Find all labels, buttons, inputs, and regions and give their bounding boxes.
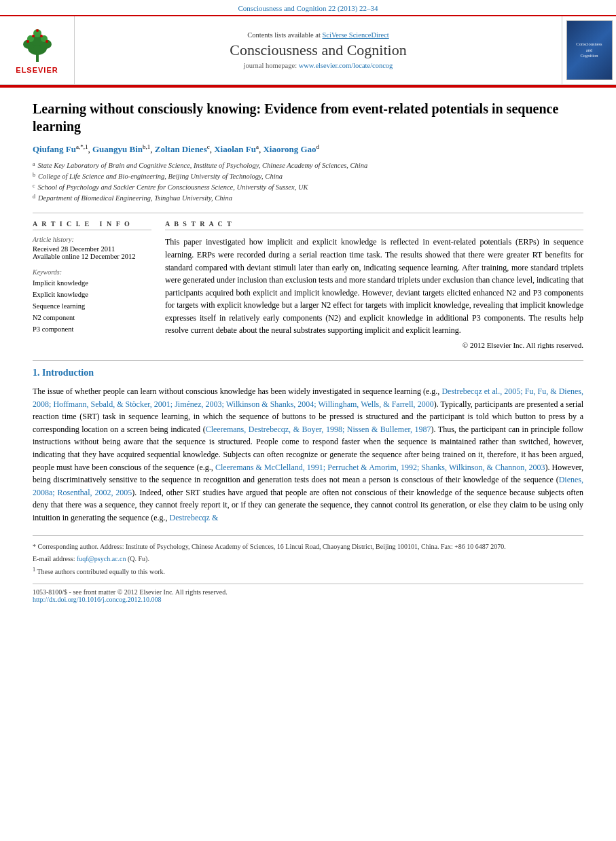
footnote-2: 1 These authors contributed equally to t… xyxy=(33,566,583,577)
svg-point-11 xyxy=(40,35,43,37)
introduction-section: 1. Introduction The issue of whether peo… xyxy=(33,360,583,524)
author-5: Xiaorong Gao xyxy=(263,144,316,154)
cover-text: Consciousness and Cognition xyxy=(573,39,604,61)
sciverse-link[interactable]: SciVerse ScienceDirect xyxy=(322,31,388,39)
footnote-email: E-mail address: fuqf@psych.ac.cn (Q. Fu)… xyxy=(33,554,583,564)
journal-homepage: journal homepage: www.elsevier.com/locat… xyxy=(244,62,393,69)
keyword-3: Sequence learning xyxy=(33,301,151,312)
svg-point-12 xyxy=(36,29,39,32)
journal-info-center: Contents lists available at SciVerse Sci… xyxy=(75,16,562,84)
journal-cover-area: Consciousness and Cognition xyxy=(562,16,616,84)
elsevier-tree-icon xyxy=(17,26,58,64)
svg-point-9 xyxy=(46,40,48,43)
affil-2: b College of Life Science and Bio-engine… xyxy=(33,171,583,182)
top-journal-reference: Consciousness and Cognition 22 (2013) 22… xyxy=(0,0,616,15)
journal-cover-image: Consciousness and Cognition xyxy=(566,20,613,80)
affiliations-block: a State Key Laboratory of Brain and Cogn… xyxy=(33,160,583,203)
article-info-abstract-section: A R T I C L E I N F O Article history: R… xyxy=(33,213,583,349)
abstract-column: A B S T R A C T This paper investigated … xyxy=(165,220,583,349)
page: Consciousness and Cognition 22 (2013) 22… xyxy=(0,0,616,841)
authors-line: Qiufang Fua,*,1, Guangyu Binb,1, Zoltan … xyxy=(33,143,583,155)
bottom-copyright-text: 1053-8100/$ - see front matter © 2012 El… xyxy=(33,588,583,596)
elsevier-label: ELSEVIER xyxy=(16,66,58,74)
author-2: Guangyu Bin xyxy=(92,144,143,154)
svg-point-10 xyxy=(32,35,35,37)
svg-point-8 xyxy=(26,40,29,43)
affil-1: a State Key Laboratory of Brain and Cogn… xyxy=(33,160,583,171)
bottom-bar: 1053-8100/$ - see front matter © 2012 El… xyxy=(33,584,583,603)
introduction-title: 1. Introduction xyxy=(33,368,583,378)
available-date: Available online 12 December 2012 xyxy=(33,253,151,260)
affil-4: d Department of Biomedical Engineering, … xyxy=(33,193,583,204)
keywords-title: Keywords: xyxy=(33,268,151,276)
journal-header: ELSEVIER Contents lists available at Sci… xyxy=(0,15,616,85)
footnotes-section: * Corresponding author. Address: Institu… xyxy=(33,535,583,577)
keywords-block: Keywords: Implicit knowledge Explicit kn… xyxy=(33,268,151,335)
abstract-label: A B S T R A C T xyxy=(165,220,583,230)
doi-link[interactable]: http://dx.doi.org/10.1016/j.concog.2012.… xyxy=(33,596,583,603)
keyword-1: Implicit knowledge xyxy=(33,278,151,289)
footnote-1: * Corresponding author. Address: Institu… xyxy=(33,541,583,552)
contents-line: Contents lists available at SciVerse Sci… xyxy=(247,31,388,39)
received-date: Received 28 December 2011 xyxy=(33,245,151,253)
homepage-url[interactable]: www.elsevier.com/locate/concog xyxy=(299,62,393,69)
ref-cleeremans2: Cleeremans & McClelland, 1991; Perruchet… xyxy=(215,463,545,472)
article-history-title: Article history: xyxy=(33,236,151,243)
abstract-copyright: © 2012 Elsevier Inc. All rights reserved… xyxy=(165,341,583,349)
keyword-4: N2 component xyxy=(33,312,151,324)
article-title: Learning without consciously knowing: Ev… xyxy=(33,100,583,135)
article-info-column: A R T I C L E I N F O Article history: R… xyxy=(33,220,151,349)
keyword-2: Explicit knowledge xyxy=(33,289,151,301)
affil-3: c School of Psychology and Sackler Centr… xyxy=(33,182,583,193)
intro-paragraph-1: The issue of whether people can learn wi… xyxy=(33,385,583,524)
elsevier-logo-area: ELSEVIER xyxy=(0,16,75,84)
author-1: Qiufang Fu xyxy=(33,144,76,154)
abstract-text: This paper investigated how implicit and… xyxy=(165,236,583,337)
keyword-5: P3 component xyxy=(33,324,151,336)
ref-cleeremans: Cleeremans, Destrebecqz, & Boyer, 1998; … xyxy=(206,425,431,434)
elsevier-logo: ELSEVIER xyxy=(16,26,58,74)
author-4: Xiaolan Fu xyxy=(214,144,256,154)
article-history-block: Article history: Received 28 December 20… xyxy=(33,236,151,260)
ref-destrebecqz2: Destrebecqz & xyxy=(170,513,219,522)
ref-destrebecqz: Destrebecqz et al., 2005; Fu, Fu, & Dien… xyxy=(33,387,583,409)
article-info-label: A R T I C L E I N F O xyxy=(33,220,151,230)
main-content: Learning without consciously knowing: Ev… xyxy=(0,88,616,617)
author-3: Zoltan Dienes xyxy=(155,144,207,154)
email-link[interactable]: fuqf@psych.ac.cn xyxy=(77,555,126,562)
journal-title-header: Consciousness and Cognition xyxy=(230,41,406,59)
ref-dienes: Dienes, 2008a; Rosenthal, 2002, 2005 xyxy=(33,475,583,497)
